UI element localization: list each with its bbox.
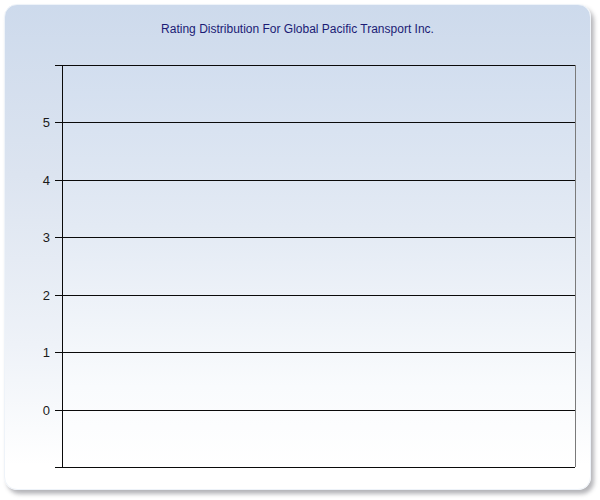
y-tick-label-5: 5 — [30, 116, 50, 129]
chart-title: Rating Distribution For Global Pacific T… — [5, 22, 590, 36]
y-axis-tick — [55, 237, 62, 238]
y-axis-tick — [55, 410, 62, 411]
plot-area: 543210 — [62, 65, 576, 467]
y-axis-tick — [55, 467, 62, 468]
y-axis-tick — [55, 352, 62, 353]
y-axis-tick — [55, 295, 62, 296]
gridline-y-0 — [62, 410, 575, 411]
gridline-y-6 — [62, 65, 575, 66]
gridline-y-2 — [62, 295, 575, 296]
y-axis-tick — [55, 122, 62, 123]
gridline-y-4 — [62, 180, 575, 181]
y-axis-tick — [55, 180, 62, 181]
gridline-y-1 — [62, 352, 575, 353]
y-tick-label-0: 0 — [30, 404, 50, 417]
gridline-y-3 — [62, 237, 575, 238]
y-tick-label-2: 2 — [30, 289, 50, 302]
gridline-y--1 — [62, 467, 575, 468]
y-axis-tick — [55, 65, 62, 66]
gridline-y-5 — [62, 122, 575, 123]
y-tick-label-4: 4 — [30, 174, 50, 187]
y-tick-label-1: 1 — [30, 346, 50, 359]
y-tick-label-3: 3 — [30, 231, 50, 244]
y-axis-line — [62, 65, 63, 467]
chart-panel: Rating Distribution For Global Pacific T… — [4, 4, 591, 490]
